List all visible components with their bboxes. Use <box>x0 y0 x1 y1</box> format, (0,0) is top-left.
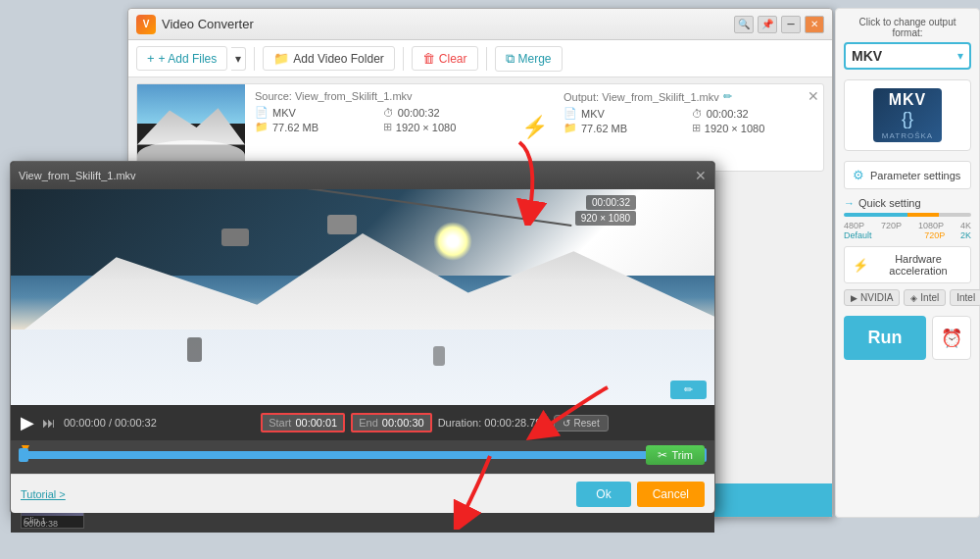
edit-overlay-btn[interactable]: ✏ <box>670 381 707 399</box>
toolbar-separator-1 <box>254 47 255 71</box>
file-source-info: Source: View_from_Skilift_1.mkv 📄 MKV ⏱ … <box>245 84 514 171</box>
clip-editor: View_from_Skilift_1.mkv ✕ 00:00:32 920 ×… <box>10 161 715 514</box>
footer-buttons: Ok Cancel <box>576 482 705 507</box>
toolbar-separator-3 <box>486 47 487 71</box>
trim-button[interactable]: ✂ Trim <box>646 445 705 465</box>
run-section: Run ⏰ <box>844 316 971 360</box>
hw-icon: ⚡ <box>853 258 868 273</box>
arrow-icon: → <box>844 197 855 209</box>
nvidia-icon: ▶ <box>851 293 858 303</box>
add-folder-button[interactable]: 📁 Add Video Folder <box>263 46 395 71</box>
close-button[interactable]: ✕ <box>805 16 824 33</box>
quality-labels: 480P 720P 1080P 4K <box>844 221 971 230</box>
title-bar: V Video Converter 🔍 📌 ─ ✕ <box>128 9 832 40</box>
quality-slider-area: 480P 720P 1080P 4K Default 720P 2K <box>844 213 971 240</box>
timeline-track[interactable] <box>21 451 705 459</box>
pin-icon[interactable]: 📌 <box>758 16 777 33</box>
add-icon: + <box>147 51 155 66</box>
res-icon: ⊞ <box>383 121 392 133</box>
quality-labels-2: Default 720P 2K <box>844 230 971 240</box>
time-overlay: 00:00:32 <box>586 195 636 210</box>
step-forward-button[interactable]: ⏭ <box>42 415 56 431</box>
output-file-icon: 📄 <box>564 107 577 120</box>
scissors-icon: ✂ <box>658 448 667 462</box>
source-label: Source: View_from_Skilift_1.mkv <box>255 90 505 102</box>
alarm-button[interactable]: ⏰ <box>932 316 971 360</box>
format-dropdown-icon[interactable]: ▾ <box>957 49 963 63</box>
add-files-button[interactable]: + + Add Files <box>136 46 227 71</box>
clip-controls-center: Start 00:00:01 End 00:00:30 Duration: 00… <box>165 413 705 432</box>
duration-display: Duration: 00:00:28.791 <box>438 417 548 429</box>
mkv-icon: MKV {} MATROŠKA <box>873 88 942 142</box>
end-time-field[interactable]: End 00:00:30 <box>351 413 431 432</box>
minimize-button[interactable]: ─ <box>781 16 801 33</box>
output-label: Output: View_from_Skilift_1.mkv ✏ <box>564 90 813 103</box>
quick-setting-label: → Quick setting <box>844 197 971 209</box>
clip-title-bar: View_from_Skilift_1.mkv ✕ <box>11 162 714 189</box>
cancel-button[interactable]: Cancel <box>637 482 705 507</box>
source-duration: ⏱ 00:00:32 <box>383 106 505 119</box>
run-button[interactable]: Run <box>844 316 926 360</box>
output-duration: ⏱ 00:00:32 <box>692 107 813 120</box>
clip-video-area: 00:00:32 920 × 1080 ✏ <box>11 189 714 405</box>
settings-icon: ⚙ <box>853 168 864 182</box>
play-button[interactable]: ▶ <box>21 412 34 433</box>
res-overlay: 920 × 1080 <box>575 211 636 226</box>
ok-button[interactable]: Ok <box>576 482 630 507</box>
close-file-button[interactable]: ✕ <box>808 88 819 104</box>
folder-icon: 📁 <box>273 51 289 66</box>
app-title: Video Converter <box>162 17 734 31</box>
add-files-dropdown[interactable]: ▾ <box>231 47 246 71</box>
clip-footer: Tutorial > Ok Cancel <box>11 474 714 513</box>
parameter-settings-button[interactable]: ⚙ Parameter settings <box>844 161 971 189</box>
intel-badge-2: Intel <box>950 289 980 306</box>
format-icon-area: MKV {} MATROŠKA <box>844 79 971 151</box>
edit-filename-icon[interactable]: ✏ <box>723 90 732 103</box>
start-time-field[interactable]: Start 00:00:01 <box>261 413 345 432</box>
format-label: Click to change output format: <box>844 17 971 38</box>
intel-badge: ◈ Intel <box>904 289 946 306</box>
format-name: MKV <box>852 48 882 64</box>
file-item: Source: View_from_Skilift_1.mkv 📄 MKV ⏱ … <box>136 83 824 172</box>
output-clock-icon: ⏱ <box>692 108 703 120</box>
file-output-info: ✕ Output: View_from_Skilift_1.mkv ✏ 📄 MK… <box>554 84 823 171</box>
output-format: 📄 MKV <box>564 107 676 120</box>
current-time: 00:00:00 / 00:00:32 <box>64 417 157 429</box>
hw-accel-button[interactable]: ⚡ Hardware acceleration <box>844 246 971 283</box>
format-box[interactable]: MKV ▾ <box>844 42 971 70</box>
clip-title: View_from_Skilift_1.mkv <box>19 170 136 181</box>
folder-size-icon: 📁 <box>255 121 269 133</box>
lightning-icon: ⚡ <box>521 115 548 140</box>
end-label: End <box>359 417 378 429</box>
file-arrow-divider: ⚡ <box>514 84 554 171</box>
source-resolution: ⊞ 1920 × 1080 <box>383 121 505 133</box>
search-icon[interactable]: 🔍 <box>734 16 754 33</box>
intel-icon: ◈ <box>910 293 917 303</box>
file-icon: 📄 <box>255 106 269 119</box>
clip-close-btn[interactable]: ✕ <box>695 168 707 183</box>
tutorial-link[interactable]: Tutorial > <box>21 488 66 500</box>
main-toolbar: + + Add Files ▾ 📁 Add Video Folder 🗑 Cle… <box>128 40 832 77</box>
merge-button[interactable]: ⧉ Merge <box>495 46 563 72</box>
trash-icon: 🗑 <box>422 51 435 66</box>
start-time-value: 00:00:01 <box>295 417 337 429</box>
reset-button[interactable]: ↺ Reset <box>554 415 609 432</box>
output-size: 📁 77.62 MB <box>564 122 676 134</box>
window-controls: 🔍 📌 ─ ✕ <box>734 16 824 33</box>
reset-icon: ↺ <box>563 418 570 429</box>
mkv-braces-icon: {} <box>902 109 913 129</box>
mkv-text: MKV <box>889 91 927 109</box>
source-format: 📄 MKV <box>255 106 368 119</box>
clear-button[interactable]: 🗑 Clear <box>412 46 478 71</box>
toolbar-separator-2 <box>403 47 404 71</box>
app-logo: V <box>136 15 156 34</box>
clip-duration: 00:00:38 <box>24 519 58 529</box>
mkv-subtitle: MATROŠKA <box>882 131 933 140</box>
end-time-value: 00:00:30 <box>382 417 424 429</box>
clock-icon: ⏱ <box>383 107 394 119</box>
output-res-icon: ⊞ <box>692 122 701 134</box>
right-panel: Click to change output format: MKV ▾ MKV… <box>835 8 980 518</box>
output-folder-icon: 📁 <box>564 122 577 134</box>
timeline-handle-left[interactable] <box>19 448 28 462</box>
output-resolution: ⊞ 1920 × 1080 <box>692 122 813 134</box>
